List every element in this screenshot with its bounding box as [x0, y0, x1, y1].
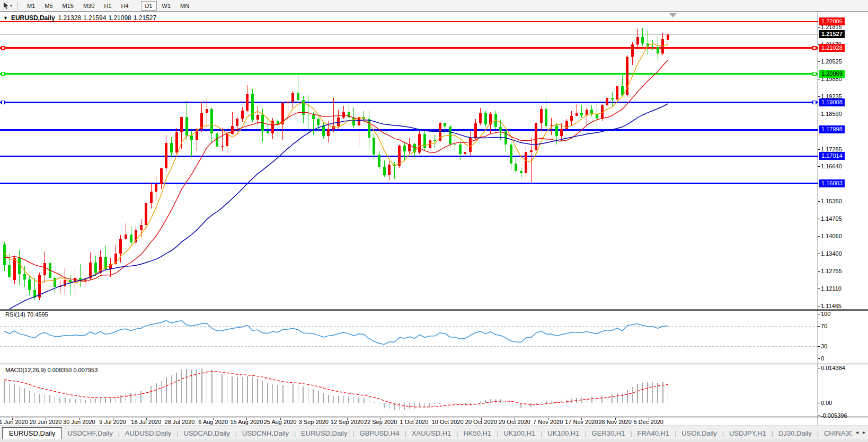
- chart-shift-marker-icon[interactable]: [669, 13, 677, 17]
- price-axis-tick: 1.13400: [821, 250, 842, 257]
- timeframe-button-h4[interactable]: H4: [117, 1, 132, 11]
- macd-axis-tickmark: [818, 403, 820, 403]
- symbol-tab-usdchf-daily[interactable]: USDCHF,Daily: [62, 428, 118, 439]
- timeframe-button-d1[interactable]: D1: [141, 1, 157, 11]
- level-line-handle[interactable]: [813, 73, 816, 76]
- candle: [206, 109, 208, 113]
- candle: [155, 184, 157, 192]
- price-axis-tick: 1.12755: [821, 268, 842, 274]
- candle: [606, 98, 608, 105]
- toolbar-grip[interactable]: [17, 2, 18, 10]
- price-axis-tickmark: [818, 114, 820, 114]
- date-axis-tickmark: [448, 418, 448, 420]
- ma-slow-line: [4, 104, 668, 311]
- timeframe-button-m5[interactable]: M5: [40, 1, 57, 11]
- price-axis-tickmark: [818, 149, 820, 150]
- candle: [631, 44, 634, 57]
- symbol-tab-gbpusd-h4[interactable]: GBPUSD,H4: [355, 428, 405, 439]
- cursor-tool-icon[interactable]: [3, 2, 9, 10]
- symbol-tab-uk100-h1[interactable]: UK100,H1: [498, 428, 541, 439]
- candle: [190, 136, 193, 140]
- symbol-tab-dj30-daily[interactable]: DJ30,Daily: [773, 428, 817, 439]
- price-axis-tickmark: [818, 61, 820, 62]
- symbol-tab-eurusd-daily[interactable]: EURUSD,Daily: [296, 428, 352, 439]
- tab-scroll-right-icon[interactable]: ▸: [863, 429, 865, 435]
- price-chart-canvas[interactable]: [0, 12, 868, 426]
- date-axis-tickmark: [146, 418, 147, 420]
- timeframe-button-m15[interactable]: M15: [58, 1, 78, 11]
- rsi-axis-tick: 100: [821, 311, 830, 317]
- candle: [145, 203, 147, 225]
- symbol-tab-usdcnh-daily[interactable]: USDCNH,Daily: [237, 428, 294, 439]
- macd-main-value: 0.008350: [47, 367, 72, 373]
- candle: [322, 125, 325, 136]
- candle: [373, 138, 375, 155]
- symbol-tab-ger30-h1[interactable]: GER30,H1: [587, 428, 631, 439]
- price-axis-tick: 1.11465: [821, 303, 842, 309]
- symbol-tab-hk50-h1[interactable]: HK50,H1: [458, 428, 497, 439]
- symbol-tab-audusd-daily[interactable]: AUDUSD,Daily: [120, 428, 176, 439]
- candle: [596, 114, 598, 119]
- symbol-tab-fra40-h1[interactable]: FRA40,H1: [632, 428, 675, 439]
- symbol-tab-uk100-h1[interactable]: UK100,H1: [542, 428, 584, 439]
- tab-scroll-left-icon[interactable]: ◂: [856, 429, 858, 435]
- candle: [530, 150, 533, 152]
- date-axis-tickmark: [615, 418, 616, 420]
- ma-mid-line: [4, 60, 668, 282]
- symbol-tab-usoil-daily[interactable]: USOil,Daily: [676, 428, 722, 439]
- candle: [444, 123, 446, 127]
- price-level-label: 1.22006: [819, 17, 845, 25]
- symbol-tab-eurusd-daily[interactable]: EURUSD,Daily: [2, 427, 62, 439]
- timeframe-button-m30[interactable]: M30: [79, 1, 99, 11]
- ma-fast-line: [4, 44, 668, 284]
- price-level-label: 1.21028: [819, 44, 845, 52]
- candle: [256, 115, 259, 120]
- chart-tabs: EURUSD,DailyUSDCHF,Daily|AUDUSD,Daily|US…: [2, 427, 852, 439]
- date-axis-tickmark: [113, 418, 113, 420]
- candle: [621, 86, 624, 95]
- candle: [641, 37, 644, 43]
- candle: [8, 265, 11, 277]
- level-line-handle[interactable]: [2, 47, 5, 50]
- candle: [150, 192, 153, 203]
- price-axis-tickmark: [818, 166, 820, 167]
- timeframe-button-mn[interactable]: MN: [176, 1, 193, 11]
- level-line-handle[interactable]: [813, 101, 816, 104]
- date-axis-label[interactable]: 11 Jun 2020: [0, 419, 28, 425]
- symbol-tab-china300-h1[interactable]: CHINA300,H1: [819, 428, 852, 439]
- candle: [165, 143, 167, 169]
- candle: [403, 146, 406, 151]
- timeframe-button-w1[interactable]: W1: [158, 1, 175, 11]
- timeframe-button-h1[interactable]: H1: [100, 1, 116, 11]
- candle: [13, 258, 16, 281]
- macd-axis-tick: 0.00: [821, 400, 832, 406]
- rsi-axis-tick: 70: [821, 323, 827, 329]
- price-axis-tick: 1.12110: [821, 285, 842, 292]
- macd-indicator-label: MACD(12,26,9) 0.008350 0.007953: [5, 367, 98, 373]
- timeframe-button-m1[interactable]: M1: [23, 1, 39, 11]
- candle: [54, 278, 56, 287]
- candle: [231, 126, 234, 133]
- candle: [616, 86, 618, 99]
- level-line-handle[interactable]: [813, 47, 816, 50]
- macd-axis-tickmark: [818, 368, 820, 368]
- price-axis-tickmark: [818, 288, 820, 289]
- macd-axis-tickmark: [818, 416, 820, 416]
- price-axis-tickmark: [818, 254, 820, 254]
- symbol-tab-xauusd-h1[interactable]: XAUUSD,H1: [406, 428, 456, 439]
- symbol-tab-usdjpy-h1[interactable]: USDJPY,H1: [724, 428, 772, 439]
- symbol-tab-usdcad-daily[interactable]: USDCAD,Daily: [178, 428, 235, 439]
- candle: [130, 234, 132, 242]
- date-axis-tickmark: [515, 418, 515, 420]
- chart-title-dropdown-icon[interactable]: ▼: [3, 15, 8, 21]
- price-level-label: 1.17998: [819, 125, 845, 133]
- level-line-handle[interactable]: [2, 101, 5, 104]
- candle: [570, 116, 573, 121]
- macd-signal-value: 0.007953: [73, 367, 98, 373]
- rsi-indicator-label: RSI(14) 70.4595: [5, 311, 48, 318]
- level-line-handle[interactable]: [2, 73, 5, 76]
- price-axis-tickmark: [818, 306, 820, 306]
- quote-open: 1.21328: [58, 14, 81, 22]
- cursor-tool-dropdown-icon[interactable]: ▾: [10, 3, 12, 8]
- price-axis-tick: 1.16640: [821, 163, 842, 169]
